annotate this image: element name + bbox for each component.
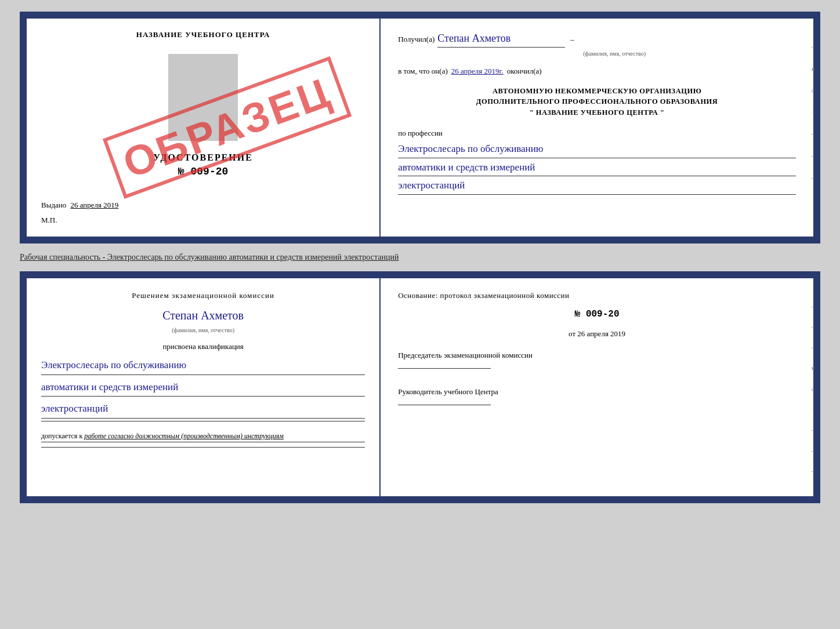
chairman-title: Председатель экзаменационной комиссии (398, 350, 796, 361)
specialty-label: Рабочая специальность - Электрослесарь п… (20, 249, 820, 266)
recipient-name-top: Степан Ахметов (437, 30, 565, 48)
bottom-certificate: Решением экзаменационной комиссии Степан… (20, 271, 820, 503)
org-line3: " НАЗВАНИЕ УЧЕБНОГО ЦЕНТРА " (398, 107, 796, 118)
school-title-top: НАЗВАНИЕ УЧЕБНОГО ЦЕНТРА (136, 30, 270, 39)
vtom-line: в том, что он(а) 26 апреля 2019г. окончи… (398, 66, 796, 78)
prisvoena-label: присвоена квалификация (41, 341, 365, 353)
cert-right-top: Получил(а) Степан Ахметов – (фамилия, им… (381, 19, 813, 237)
rukovoditel-block: Руководитель учебного Центра (398, 386, 796, 409)
fio-label-top: (фамилия, имя, отчество) (433, 49, 796, 59)
org-line2: ДОПОЛНИТЕЛЬНОГО ПРОФЕССИОНАЛЬНОГО ОБРАЗО… (398, 96, 796, 107)
side-deco-top: – и а ← – – – (812, 42, 818, 183)
osnovanie-text: Основание: протокол экзаменационной коми… (398, 290, 796, 302)
side-deco-bottom: – – – и а ← – – – (812, 301, 818, 477)
profession-line1-top: Электрослесарь по обслуживанию (398, 141, 796, 158)
chairman-signature-line (398, 368, 491, 369)
top-certificate: НАЗВАНИЕ УЧЕБНОГО ЦЕНТРА УДОСТОВЕРЕНИЕ №… (20, 12, 820, 243)
poluchil-line: Получил(а) Степан Ахметов – (398, 30, 796, 48)
komissia-name: Степан Ахметов (41, 306, 365, 325)
number-label: № (575, 309, 581, 319)
ot-label: от (569, 329, 575, 338)
okonchil-label: окончил(а) (507, 66, 542, 78)
org-line1: АВТОНОМНУЮ НЕКОММЕРЧЕСКУЮ ОРГАНИЗАЦИЮ (398, 86, 796, 97)
vtom-label: в том, что он(а) (398, 66, 448, 78)
protocol-num-val: 009-20 (586, 309, 620, 319)
dopuskaetsya-val: работе согласно должностным (производств… (84, 432, 284, 440)
org-block: АВТОНОМНУЮ НЕКОММЕРЧЕСКУЮ ОРГАНИЗАЦИЮ ДО… (398, 86, 796, 118)
bottom-right: Основание: протокол экзаменационной коми… (381, 278, 813, 496)
udostoverenie-title: УДОСТОВЕРЕНИЕ (153, 152, 253, 163)
chairman-block: Председатель экзаменационной комиссии (398, 350, 796, 372)
bottom-left: Решением экзаменационной комиссии Степан… (27, 278, 381, 496)
po-professii-label: по профессии (398, 128, 796, 140)
dopuskaetsya-line: допускается к работе согласно должностны… (41, 431, 365, 442)
photo-placeholder (168, 54, 238, 141)
osnovanie-block: Основание: протокол экзаменационной коми… (398, 290, 796, 302)
protocol-number: № 009-20 (398, 307, 796, 322)
komissia-title: Решением экзаменационной комиссии (41, 290, 365, 302)
vydano-line: Выдано 26 апреля 2019 (41, 177, 365, 210)
profession-line3-top: электростанций (398, 177, 796, 195)
document-wrapper: НАЗВАНИЕ УЧЕБНОГО ЦЕНТРА УДОСТОВЕРЕНИЕ №… (20, 12, 820, 503)
qual-line1: Электрослесарь по обслуживанию (41, 357, 365, 375)
mp-line: М.П. (41, 216, 57, 225)
profession-line2-top: автоматики и средств измерений (398, 159, 796, 177)
ot-date-val: 26 апреля 2019 (577, 329, 625, 338)
poluchil-label: Получил(а) (398, 34, 435, 46)
ot-date: от 26 апреля 2019 (398, 328, 796, 340)
cert-number-top: № 009-20 (178, 166, 228, 177)
vydano-label: Выдано (41, 201, 66, 209)
dopuskaetsya-label: допускается к (41, 432, 82, 440)
vydano-date: 26 апреля 2019 (71, 201, 119, 209)
completion-date-top: 26 апреля 2019г. (451, 66, 504, 78)
qual-line3: электростанций (41, 400, 365, 419)
qual-line2: автоматики и средств измерений (41, 379, 365, 397)
rukovoditel-title: Руководитель учебного Центра (398, 386, 796, 398)
fio-label-bottom: (фамилия, имя, отчество) (41, 326, 365, 335)
rukovoditel-signature-line (398, 405, 491, 405)
cert-left: НАЗВАНИЕ УЧЕБНОГО ЦЕНТРА УДОСТОВЕРЕНИЕ №… (27, 19, 381, 237)
